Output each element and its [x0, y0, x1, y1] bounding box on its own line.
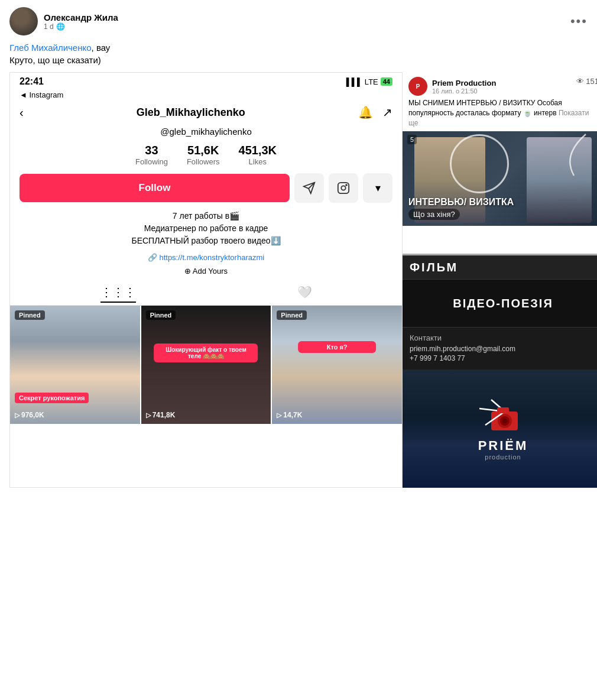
following-stat[interactable]: 33 Following: [135, 144, 168, 166]
priem-post-date: 16 лип. о 21:50: [432, 88, 597, 95]
likes-count: 451,3K: [239, 144, 277, 157]
tiktok-bell-icon[interactable]: 🔔: [358, 105, 373, 119]
contact-phone[interactable]: +7 999 7 1403 77: [410, 354, 596, 362]
follow-button[interactable]: Follow: [20, 174, 290, 202]
play-icon-2: ▷: [146, 411, 151, 419]
more-options-tiktok-button[interactable]: ▾: [363, 173, 392, 203]
play-icon-3: ▷: [277, 411, 281, 419]
tiktok-profile-header: ‹ Gleb_Mikhaylichenko 🔔 ↗: [10, 103, 402, 124]
svg-point-8: [502, 419, 507, 423]
pinned-badge-1: Pinned: [15, 310, 45, 320]
tiktok-screenshot: 22:41 ▌▌▌ LTE 44 ◄ Instagram ‹ Gleb_Mikh…: [9, 72, 403, 488]
tiktok-video-grid: Pinned Секрет рукопожатия ▷ 976,0K Pinne…: [10, 306, 402, 424]
tiktok-likes-tab[interactable]: 🤍: [297, 285, 312, 303]
avatar[interactable]: [9, 7, 38, 35]
film-label: ФІЛЬМ: [410, 261, 596, 274]
video-views-2: ▷ 741,8K: [146, 411, 176, 419]
video-thumb-1[interactable]: Pinned Секрет рукопожатия ▷ 976,0K: [10, 306, 140, 424]
priem-logo-section: PRІЁМ production: [403, 370, 597, 488]
battery-badge: 44: [381, 77, 392, 86]
tiktok-stats: 33 Following 51,6K Followers 451,3K Like…: [10, 144, 402, 173]
priem-post-image: ИНТЕРВЬЮ/ ВИЗИТКА Що за хіня? 5: [403, 131, 597, 226]
video-label-3: Кто я?: [327, 343, 348, 351]
svg-rect-2: [338, 183, 349, 193]
post-text: Глеб Михайличенко, вау Круто, що ще сказ…: [9, 41, 588, 66]
priem-logo-name: PRІЁМ: [478, 438, 528, 453]
priem-post-text: МЫ СНИМЕМ ИНТЕРВЬЮ / ВИЗИТКУ Особая попу…: [403, 98, 597, 131]
video-views-1: ▷ 976,0K: [15, 411, 44, 419]
tiktok-username-display: Gleb_Mikhaylichenko: [137, 106, 245, 119]
tiktok-back-chevron[interactable]: ‹: [20, 106, 24, 119]
priem-name-block: Priem Production 16 лип. о 21:50: [432, 79, 597, 95]
tiktok-header-icons: 🔔 ↗: [358, 105, 392, 119]
post-header: Олександр Жила 1 d 🌐 •••: [9, 7, 588, 35]
tiktok-handle: @gleb_mikhaylichenko: [10, 124, 402, 144]
likes-label: Likes: [239, 157, 277, 166]
arrow-doodle-svg: [556, 131, 592, 179]
priem-header: P Priem Production 16 лип. о 21:50 👁 151: [403, 72, 597, 98]
content-grid: 22:41 ▌▌▌ LTE 44 ◄ Instagram ‹ Gleb_Mikh…: [9, 72, 588, 488]
dm-button[interactable]: [294, 173, 324, 203]
interview-label: ИНТЕРВЬЮ/ ВИЗИТКА: [408, 197, 597, 208]
bio-line2: Медиатренер по работе в кадре: [20, 222, 392, 235]
video-views-3: ▷ 14,7K: [277, 411, 302, 419]
play-icon-1: ▷: [15, 411, 20, 419]
svg-point-4: [346, 184, 347, 186]
pinned-badge-3: Pinned: [277, 310, 307, 320]
post-meta: Олександр Жила 1 d 🌐: [44, 12, 118, 31]
svg-point-3: [341, 186, 345, 190]
mention-link[interactable]: Глеб Михайличенко: [9, 43, 92, 53]
globe-icon: 🌐: [56, 22, 65, 31]
priem-logo-sub: production: [485, 453, 521, 461]
tiktok-link[interactable]: 🔗 https://t.me/konstryktorharazmi: [10, 252, 402, 263]
tiktok-status-bar: 22:41 ▌▌▌ LTE 44: [10, 73, 402, 89]
tiktok-grid-tab[interactable]: ⋮⋮⋮: [100, 285, 136, 303]
priem-logo-container: PRІЁМ production: [476, 397, 530, 461]
priem-avatar: P: [408, 77, 427, 96]
video-label-1: Секрет рукопожатия: [15, 393, 89, 403]
post-second-line: Круто, що ще сказати): [9, 55, 101, 65]
tiktok-share-icon[interactable]: ↗: [382, 105, 392, 119]
video-thumb-3[interactable]: Pinned Кто я? ▷ 14,7K: [272, 306, 402, 424]
video-thumb-2[interactable]: Pinned Шокирующий факт о твоем теле 🙈🙈🙈 …: [141, 306, 271, 424]
post-time: 1 d 🌐: [44, 22, 118, 31]
bio-line1: 7 лет работы в🎬: [20, 210, 392, 222]
contacts-section: Контакти priem.mih.production@gmail.com …: [403, 327, 597, 370]
svg-rect-12: [497, 407, 509, 413]
chtoza-label: Що за хіня?: [408, 209, 460, 220]
priem-logo-icon: [476, 397, 530, 438]
following-count: 33: [135, 144, 168, 157]
video-label-2: Шокирующий факт о твоем теле 🙈🙈🙈: [166, 346, 246, 359]
video-poetry-label: ВІДЕО-ПОЕЗІЯ: [453, 297, 553, 310]
circle-doodle: [450, 134, 509, 193]
tiktok-back-nav: ◄ Instagram: [10, 89, 402, 103]
view-count-icon: 👁 151: [576, 77, 597, 86]
right-panel: P Priem Production 16 лип. о 21:50 👁 151…: [403, 72, 597, 488]
tiktok-tab-bar: ⋮⋮⋮ 🤍: [10, 280, 402, 306]
tiktok-time: 22:41: [20, 76, 44, 87]
instagram-link-button[interactable]: [329, 173, 358, 203]
followers-label: Followers: [187, 157, 220, 166]
following-label: Following: [135, 157, 168, 166]
likes-stat[interactable]: 451,3K Likes: [239, 144, 277, 166]
bio-line3: БЕСПЛАТНЫЙ разбор твоего видео⬇️: [20, 235, 392, 247]
contact-email[interactable]: priem.mih.production@gmail.com: [410, 345, 596, 353]
tiktok-signal: ▌▌▌ LTE 44: [346, 77, 392, 86]
priem-post-icons: 👁 151: [576, 77, 597, 86]
pinned-badge-2: Pinned: [146, 310, 176, 320]
contacts-title: Контакти: [410, 333, 596, 342]
tiktok-bio: 7 лет работы в🎬 Медиатренер по работе в …: [10, 210, 402, 252]
tiktok-add-yours[interactable]: ⊕ Add Yours: [10, 263, 402, 280]
film-section: ФІЛЬМ: [403, 255, 597, 280]
video-poetry-section: ВІДЕО-ПОЕЗІЯ: [403, 280, 597, 327]
followers-count: 51,6K: [187, 144, 220, 157]
priem-page-name[interactable]: Priem Production: [432, 79, 597, 88]
followers-stat[interactable]: 51,6K Followers: [187, 144, 220, 166]
priem-overlay-text: ИНТЕРВЬЮ/ ВИЗИТКА Що за хіня?: [408, 197, 597, 220]
post-author: Олександр Жила: [44, 12, 118, 22]
more-options-button[interactable]: •••: [570, 14, 588, 29]
priem-post: P Priem Production 16 лип. о 21:50 👁 151…: [403, 72, 597, 255]
tiktok-action-buttons: Follow ▾: [10, 173, 402, 210]
five-badge: 5: [407, 135, 417, 144]
